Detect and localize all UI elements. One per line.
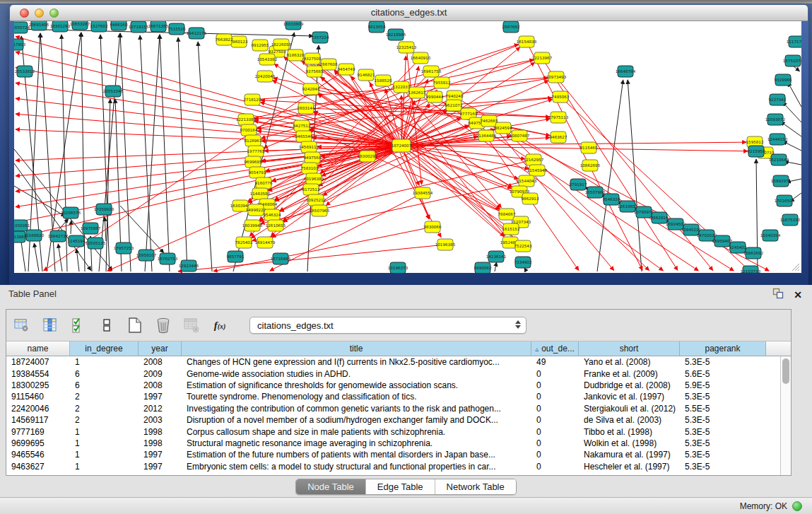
selected-node[interactable]: 16961758 [421, 66, 442, 77]
node[interactable]: 12103733 [741, 266, 761, 273]
select-column-icon[interactable] [42, 317, 59, 334]
close-window-button[interactable] [20, 8, 29, 18]
selected-node[interactable]: 11545948 [527, 165, 548, 176]
create-table-icon[interactable] [126, 317, 143, 334]
node[interactable]: 15992971 [771, 175, 792, 187]
node[interactable]: 9546328 [603, 194, 620, 205]
node[interactable]: 16507960 [585, 187, 606, 198]
selected-node[interactable]: 9054791 [249, 167, 266, 178]
selected-node[interactable]: 9497568 [304, 152, 322, 163]
selected-node[interactable]: 7955812 [433, 77, 451, 88]
selected-node[interactable]: 8454749 [338, 64, 355, 75]
selected-node[interactable]: 9115460 [580, 142, 598, 153]
table-row[interactable]: 1830029562008Estimation of significance … [6, 380, 780, 391]
selected-node[interactable]: 9830066 [424, 221, 442, 233]
delete-table-icon[interactable] [155, 317, 172, 334]
node[interactable]: 15716485 [271, 253, 291, 264]
node[interactable]: 18301293 [50, 21, 71, 32]
node[interactable]: 1527602 [90, 21, 108, 32]
selected-node[interactable]: 18039948 [242, 220, 263, 231]
selected-node[interactable]: 7663822 [216, 34, 233, 45]
selected-node[interactable]: 7825402 [235, 237, 253, 248]
selected-node[interactable]: 17975113 [548, 112, 569, 123]
selected-node[interactable]: 2718120 [244, 94, 261, 105]
table-row[interactable]: 977716911998Corpus callosum shape and si… [6, 426, 780, 437]
selected-node[interactable]: 1615152 [502, 223, 520, 235]
selected-node[interactable]: 22420046 [255, 71, 276, 82]
selected-node[interactable]: 9463627 [550, 132, 567, 143]
table-row[interactable]: 969969511998Structural magnetic resonanc… [6, 438, 780, 449]
node[interactable]: 8990082 [474, 262, 492, 273]
selected-node[interactable]: 16507965 [310, 205, 330, 216]
column-header-short[interactable]: short [579, 341, 680, 356]
column-header-year[interactable]: year [139, 341, 182, 356]
selected-node[interactable]: 9327508 [304, 53, 322, 64]
selected-node[interactable]: 12213967 [532, 52, 553, 64]
selected-node[interactable]: 10925212 [306, 194, 326, 206]
node[interactable]: 16210643 [769, 154, 789, 165]
node[interactable]: 9329966 [775, 74, 792, 86]
table-scrollbar-thumb[interactable] [782, 358, 789, 384]
node[interactable]: 10958107 [136, 250, 157, 261]
selected-node[interactable]: 11544043 [517, 175, 537, 187]
selected-node[interactable]: 3824594 [495, 122, 512, 134]
show-columns-icon[interactable] [70, 317, 87, 334]
zoom-window-button[interactable] [49, 8, 59, 18]
node[interactable]: 10196373 [388, 262, 408, 273]
network-canvas[interactable]: 1872400789601237663822891295593275031054… [14, 21, 801, 273]
node[interactable]: 9227342 [769, 94, 787, 105]
node[interactable]: 8215958 [748, 146, 765, 157]
node[interactable]: 20533812 [15, 66, 35, 77]
node[interactable]: 10862692 [743, 247, 763, 259]
selected-node[interactable]: 10807487 [510, 130, 530, 141]
selected-node[interactable]: 7522543 [514, 240, 532, 252]
selected-node[interactable]: 1362615 [408, 87, 426, 98]
column-header-title[interactable]: title [182, 341, 531, 356]
selected-node[interactable]: 9242848 [302, 83, 320, 95]
node[interactable]: 19055724 [14, 22, 30, 33]
node[interactable]: 17016504 [775, 195, 795, 206]
citation-network-graph[interactable]: 1872400789601237663822891295593275031054… [14, 21, 801, 273]
selected-node[interactable]: 7485063 [552, 91, 570, 103]
node[interactable]: 8791917 [570, 179, 587, 190]
minimize-window-button[interactable] [35, 8, 44, 18]
tab-network-table[interactable]: Network Table [435, 479, 516, 494]
selected-node[interactable]: 9546324 [264, 209, 281, 221]
selected-node[interactable]: 18226058 [271, 39, 292, 50]
node[interactable]: 6466160 [110, 21, 128, 30]
column-header-name[interactable]: name [6, 341, 70, 356]
node[interactable]: 12093872 [765, 114, 785, 125]
column-header-out_degree[interactable]: ▵out_de... [531, 341, 579, 356]
node[interactable]: 19218986 [386, 29, 406, 40]
selected-node[interactable]: 8186328 [287, 49, 305, 61]
selected-node[interactable]: 8700164 [240, 124, 258, 136]
selected-node[interactable]: 9465546 [295, 131, 313, 142]
selected-node[interactable]: 1977765 [247, 146, 265, 157]
node[interactable]: 16671385 [148, 21, 169, 32]
node[interactable]: 14350381 [14, 220, 30, 231]
selected-node[interactable]: 1588520 [375, 75, 392, 86]
node[interactable]: 17359928 [94, 204, 114, 215]
selected-node[interactable]: 21364486 [476, 130, 497, 141]
column-header-pagerank[interactable]: pagerank [680, 341, 766, 356]
selected-node[interactable]: 8427512 [293, 120, 311, 132]
selected-node[interactable]: 14569117 [299, 141, 319, 153]
node[interactable]: 16648784 [616, 66, 636, 77]
table-settings-icon[interactable] [13, 317, 30, 334]
node[interactable]: 13505135 [86, 238, 106, 249]
node[interactable]: 8813054 [368, 21, 386, 33]
selected-node[interactable]: 12325413 [396, 42, 417, 53]
node[interactable]: 14136141 [486, 251, 507, 262]
node[interactable]: 11171735 [787, 36, 801, 47]
node[interactable]: 10653287 [70, 21, 90, 30]
selected-node[interactable]: 9621072 [445, 100, 463, 111]
selected-node[interactable]: 8912955 [252, 40, 269, 51]
node[interactable]: 11568820 [24, 230, 45, 241]
selected-node[interactable]: 12610655 [266, 220, 286, 231]
selected-node[interactable]: 16640910 [411, 52, 431, 64]
selected-node[interactable]: 9699695 [245, 156, 262, 168]
table-row[interactable]: 946554611997Estimation of the future num… [6, 449, 780, 460]
table-selector-dropdown[interactable]: citations_edges.txt [249, 317, 526, 334]
tab-edge-table[interactable]: Edge Table [366, 479, 435, 494]
node[interactable]: 7515526 [168, 23, 186, 35]
